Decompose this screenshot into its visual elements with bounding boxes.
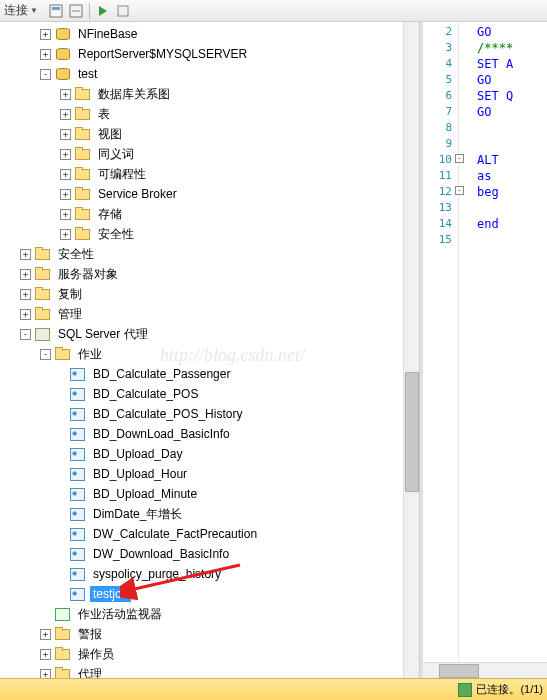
folder-icon: [75, 187, 91, 201]
job-node[interactable]: DW_Calculate_FactPrecaution: [90, 526, 260, 542]
folder-node[interactable]: 表: [95, 105, 113, 124]
job-node[interactable]: BD_Upload_Hour: [90, 466, 190, 482]
folder-node[interactable]: 警报: [75, 625, 105, 644]
vertical-scrollbar[interactable]: [403, 22, 419, 700]
expand-icon[interactable]: +: [60, 109, 71, 120]
toolbar-btn-2[interactable]: [68, 3, 84, 19]
svg-marker-4: [99, 6, 107, 16]
code-editor[interactable]: 2345678910-1112-131415 GO/****SET AGOSET…: [420, 22, 547, 700]
folder-node[interactable]: Service Broker: [95, 186, 180, 202]
scroll-thumb[interactable]: [405, 372, 419, 492]
job-node[interactable]: DW_Download_BasicInfo: [90, 546, 232, 562]
expand-icon[interactable]: +: [60, 189, 71, 200]
database-icon: [55, 67, 71, 81]
expand-icon[interactable]: +: [60, 209, 71, 220]
folder-icon: [35, 247, 51, 261]
expand-icon[interactable]: +: [40, 29, 51, 40]
connect-menu[interactable]: 连接: [4, 2, 28, 19]
line-gutter: 2345678910-1112-131415: [423, 22, 459, 700]
folder-node[interactable]: 存储: [95, 205, 125, 224]
folder-icon: [75, 167, 91, 181]
code-area[interactable]: GO/****SET AGOSET QGOALTasbegend: [459, 22, 547, 700]
collapse-icon[interactable]: -: [40, 69, 51, 80]
expand-icon[interactable]: +: [20, 309, 31, 320]
toolbar-divider: [89, 3, 90, 19]
db-node[interactable]: ReportServer$MYSQLSERVER: [75, 46, 250, 62]
object-explorer-tree[interactable]: +NFineBase +ReportServer$MYSQLSERVER -te…: [0, 22, 420, 700]
sql-agent-icon: [35, 327, 51, 341]
folder-icon: [35, 267, 51, 281]
job-node[interactable]: BD_Calculate_POS_History: [90, 406, 245, 422]
db-node[interactable]: NFineBase: [75, 26, 140, 42]
expand-icon[interactable]: +: [20, 269, 31, 280]
folder-icon: [55, 647, 71, 661]
folder-node[interactable]: 同义词: [95, 145, 137, 164]
job-node[interactable]: syspolicy_purge_history: [90, 566, 224, 582]
expand-icon[interactable]: +: [40, 629, 51, 640]
folder-node[interactable]: 安全性: [55, 245, 97, 264]
expand-icon[interactable]: +: [60, 89, 71, 100]
toolbar-btn-3[interactable]: [95, 3, 111, 19]
toolbar-btn-1[interactable]: [48, 3, 64, 19]
expand-icon[interactable]: +: [20, 289, 31, 300]
job-icon: [70, 587, 86, 601]
status-bar: 已连接。(1/1): [0, 678, 547, 700]
job-node[interactable]: DimDate_年增长: [90, 505, 185, 524]
database-icon: [55, 47, 71, 61]
job-icon: [70, 507, 86, 521]
folder-node[interactable]: 操作员: [75, 645, 117, 664]
toolbar-btn-4[interactable]: [115, 3, 131, 19]
folder-node[interactable]: 服务器对象: [55, 265, 121, 284]
job-icon: [70, 487, 86, 501]
folder-icon: [75, 207, 91, 221]
folder-icon: [75, 227, 91, 241]
h-scroll-thumb[interactable]: [439, 664, 479, 678]
job-icon: [70, 367, 86, 381]
folder-icon: [55, 347, 71, 361]
expand-icon[interactable]: +: [60, 229, 71, 240]
job-node[interactable]: BD_Calculate_Passenger: [90, 366, 233, 382]
collapse-icon[interactable]: -: [40, 349, 51, 360]
svg-rect-1: [52, 7, 60, 10]
expand-icon[interactable]: +: [20, 249, 31, 260]
folder-icon: [35, 287, 51, 301]
folder-node[interactable]: 安全性: [95, 225, 137, 244]
folder-node[interactable]: 管理: [55, 305, 85, 324]
dropdown-icon[interactable]: ▼: [30, 6, 38, 15]
folder-icon: [35, 307, 51, 321]
agent-node[interactable]: SQL Server 代理: [55, 325, 151, 344]
database-icon: [55, 27, 71, 41]
folder-node[interactable]: 数据库关系图: [95, 85, 173, 104]
folder-node[interactable]: 复制: [55, 285, 85, 304]
db-node[interactable]: test: [75, 66, 100, 82]
job-icon: [70, 467, 86, 481]
job-node-selected[interactable]: testjob: [90, 586, 131, 602]
job-icon: [70, 407, 86, 421]
horizontal-scrollbar[interactable]: [423, 662, 547, 678]
job-monitor-node[interactable]: 作业活动监视器: [75, 605, 165, 624]
job-icon: [70, 547, 86, 561]
expand-icon[interactable]: +: [60, 169, 71, 180]
job-node[interactable]: BD_Upload_Minute: [90, 486, 200, 502]
svg-rect-5: [118, 6, 128, 16]
connection-status-icon: [458, 683, 472, 697]
job-node[interactable]: BD_DownLoad_BasicInfo: [90, 426, 233, 442]
jobs-folder[interactable]: 作业: [75, 345, 105, 364]
job-icon: [70, 447, 86, 461]
svg-rect-0: [50, 5, 62, 17]
job-icon: [70, 427, 86, 441]
folder-node[interactable]: 可编程性: [95, 165, 149, 184]
folder-icon: [75, 87, 91, 101]
collapse-icon[interactable]: -: [20, 329, 31, 340]
expand-icon[interactable]: +: [60, 149, 71, 160]
folder-node[interactable]: 视图: [95, 125, 125, 144]
job-node[interactable]: BD_Upload_Day: [90, 446, 185, 462]
job-icon: [70, 527, 86, 541]
expand-icon[interactable]: +: [40, 49, 51, 60]
expand-icon[interactable]: +: [40, 649, 51, 660]
expand-icon[interactable]: +: [60, 129, 71, 140]
folder-icon: [55, 627, 71, 641]
folder-icon: [75, 127, 91, 141]
job-icon: [70, 387, 86, 401]
job-node[interactable]: BD_Calculate_POS: [90, 386, 201, 402]
